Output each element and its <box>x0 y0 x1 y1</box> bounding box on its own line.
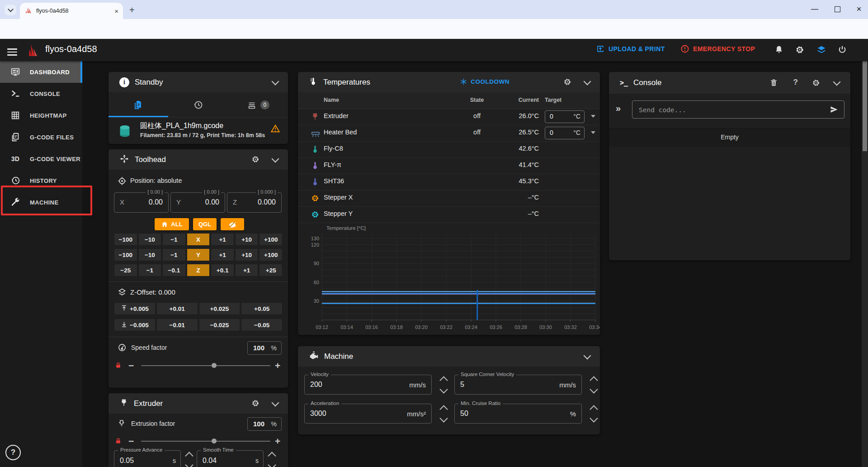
emergency-stop-button[interactable]: EMERGENCY STOP <box>680 44 755 53</box>
axis-x-button[interactable]: X <box>187 233 210 246</box>
motors-off-button[interactable] <box>221 218 244 230</box>
tab-history[interactable] <box>168 92 228 117</box>
console-settings-gear-icon[interactable] <box>811 78 821 89</box>
extruder-settings-gear-icon[interactable] <box>251 399 260 410</box>
file-name[interactable]: 圆柱体_PLA_1h9m.gcode <box>140 121 223 131</box>
move-y-−1-button[interactable]: −1 <box>162 248 186 261</box>
acceleration-field[interactable]: Acceleration3000mm/s² <box>304 404 432 424</box>
flyos-logo-icon[interactable] <box>24 43 40 60</box>
z-offset-+0.01-button[interactable]: +0.01 <box>156 302 198 315</box>
extrusion-slider-thumb[interactable] <box>212 438 217 443</box>
z-offset-−0.05-button[interactable]: −0.05 <box>241 319 283 331</box>
extrusion-plus-button[interactable]: + <box>275 436 280 446</box>
collapse-chevron-icon[interactable] <box>584 78 591 86</box>
z-offset-−0.005-button[interactable]: −0.005 <box>114 319 156 331</box>
min-cruise-ratio-field[interactable]: Min. Cruise Ratio50% <box>454 404 582 424</box>
services-gear-icon[interactable] <box>795 45 805 57</box>
layers-icon[interactable] <box>816 45 826 57</box>
pressure-advance-down-icon[interactable] <box>185 461 193 467</box>
velocity-down-icon[interactable] <box>439 385 448 393</box>
sidebar-item-console[interactable]: CONSOLE <box>0 83 82 105</box>
move-z-−1-button[interactable]: −1 <box>138 264 162 276</box>
send-icon[interactable] <box>830 105 839 116</box>
square-corner-velocity-down-icon[interactable] <box>590 385 598 393</box>
pressure-advance-field[interactable]: Pressure Advance 0.05 s <box>114 450 181 467</box>
move-x-−100-button[interactable]: −100 <box>114 233 137 246</box>
axis-y-button[interactable]: Y <box>187 248 210 261</box>
hamburger-menu-icon[interactable] <box>7 47 17 57</box>
move-x-+100-button[interactable]: +100 <box>259 233 283 246</box>
sidebar-item-dashboard[interactable]: DASHBOARD <box>0 61 82 83</box>
upload-print-button[interactable]: UPLOAD & PRINT <box>596 44 665 53</box>
move-x-+10-button[interactable]: +10 <box>235 233 259 246</box>
z-offset-+0.005-button[interactable]: +0.005 <box>114 302 156 315</box>
power-icon[interactable] <box>837 45 847 57</box>
speed-minus-button[interactable]: − <box>128 361 134 370</box>
move-z-+25-button[interactable]: +25 <box>259 264 283 276</box>
window-maximize-button[interactable] <box>828 2 846 16</box>
move-z-−25-button[interactable]: −25 <box>114 264 137 276</box>
square-corner-velocity-up-icon[interactable] <box>590 376 598 384</box>
move-y-+10-button[interactable]: +10 <box>235 248 259 261</box>
notifications-bell-icon[interactable] <box>774 45 784 57</box>
min-cruise-ratio-up-icon[interactable] <box>590 405 598 413</box>
smooth-time-up-icon[interactable] <box>268 452 276 460</box>
acceleration-up-icon[interactable] <box>439 405 448 413</box>
move-y-−10-button[interactable]: −10 <box>138 248 162 261</box>
move-z-+0.1-button[interactable]: +0.1 <box>211 264 234 276</box>
speed-plus-button[interactable]: + <box>275 361 280 370</box>
window-minimize-button[interactable]: — <box>806 2 824 16</box>
x-position-field[interactable]: [ 0.00 ] X 0.00 <box>114 192 169 213</box>
speed-slider-thumb[interactable] <box>212 363 217 368</box>
z-offset-−0.025-button[interactable]: −0.025 <box>199 319 241 331</box>
new-tab-button[interactable]: + <box>129 5 135 14</box>
move-x-+1-button[interactable]: +1 <box>211 233 234 246</box>
collapse-chevron-icon[interactable] <box>272 399 279 407</box>
browser-tab[interactable]: flyos-0a4d58 × <box>20 3 123 19</box>
sidebar-item-g-code-files[interactable]: G-CODE FILES <box>0 126 82 148</box>
sidebar-item-heightmap[interactable]: HEIGHTMAP <box>0 105 82 126</box>
move-y-−100-button[interactable]: −100 <box>114 248 137 261</box>
pressure-advance-up-icon[interactable] <box>185 452 193 460</box>
min-cruise-ratio-down-icon[interactable] <box>590 414 598 422</box>
move-z-−0.1-button[interactable]: −0.1 <box>162 264 186 276</box>
collapse-chevron-icon[interactable] <box>584 352 591 360</box>
velocity-up-icon[interactable] <box>439 376 448 384</box>
extrusion-minus-button[interactable]: − <box>128 436 134 446</box>
collapse-chevron-icon[interactable] <box>272 155 279 163</box>
extrusion-factor-field[interactable]: 100 % <box>247 417 282 431</box>
target-dropdown-arrow-icon[interactable] <box>591 131 595 134</box>
scrollbar-thumb[interactable] <box>863 47 867 151</box>
console-input[interactable] <box>638 101 811 119</box>
tab-close-icon[interactable]: × <box>114 7 118 15</box>
move-z-+1-button[interactable]: +1 <box>235 264 259 276</box>
trash-icon[interactable] <box>769 78 778 89</box>
temperatures-settings-gear-icon[interactable] <box>563 77 572 88</box>
z-offset-+0.05-button[interactable]: +0.05 <box>241 302 283 315</box>
qgl-button[interactable]: QGL <box>193 218 217 230</box>
target-temp-field[interactable]: 0°C <box>545 127 585 139</box>
help-button[interactable]: ? <box>5 445 21 460</box>
move-y-+100-button[interactable]: +100 <box>259 248 283 261</box>
target-dropdown-arrow-icon[interactable] <box>591 115 595 118</box>
smooth-time-down-icon[interactable] <box>268 461 276 467</box>
cooldown-button[interactable]: COOLDOWN <box>460 78 509 86</box>
smooth-time-field[interactable]: Smooth Time 0.04 s <box>197 450 264 467</box>
page-scrollbar[interactable] <box>862 39 868 467</box>
home-all-button[interactable]: ALL <box>155 218 189 230</box>
console-expand-button[interactable]: » <box>616 103 621 114</box>
move-x-−1-button[interactable]: −1 <box>162 233 186 246</box>
toolhead-settings-gear-icon[interactable] <box>251 155 260 166</box>
window-close-button[interactable]: × <box>850 2 868 16</box>
lock-icon[interactable] <box>115 362 122 371</box>
z-offset-−0.01-button[interactable]: −0.01 <box>156 319 198 331</box>
tab-job-queue[interactable]: 0 <box>228 92 288 117</box>
extrusion-slider[interactable] <box>141 441 270 442</box>
collapse-chevron-icon[interactable] <box>833 78 841 86</box>
axis-z-button[interactable]: Z <box>187 264 210 276</box>
tab-current-file[interactable] <box>108 92 168 117</box>
speed-slider[interactable] <box>141 365 270 366</box>
target-temp-field[interactable]: 0°C <box>545 110 585 123</box>
square-corner-velocity-field[interactable]: Square Corner Velocity5mm/s <box>454 375 582 395</box>
collapse-chevron-icon[interactable] <box>272 78 279 86</box>
